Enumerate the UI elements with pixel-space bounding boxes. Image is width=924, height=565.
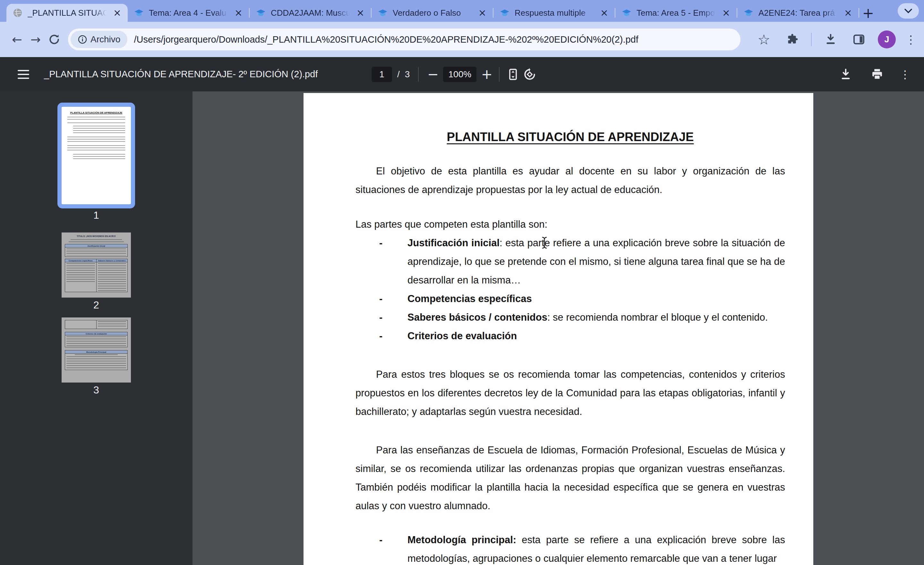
thumb3-box1-header: Criterios de evaluación xyxy=(65,332,128,336)
file-scheme-chip[interactable]: Archivo xyxy=(70,31,128,48)
tab-title: Tema: Area 4 - Evalu xyxy=(149,8,230,18)
tab-title: _PLANTILLA SITUAC xyxy=(28,8,108,18)
tab-title: Respuesta multiple xyxy=(514,8,595,18)
bullet-marker: - xyxy=(379,327,382,345)
graduation-cap-icon xyxy=(256,8,266,18)
tab-verdadero-o-falso[interactable]: Verdadero o Falso × xyxy=(372,4,493,22)
graduation-cap-icon xyxy=(622,8,632,18)
new-tab-button[interactable]: + xyxy=(859,4,877,22)
thumb1-mini-title: PLANTILLA SITUACIÓN DE APRENDIZAJE xyxy=(66,111,126,114)
text-cursor xyxy=(541,237,548,249)
pdf-viewer: PLANTILLA SITUACIÓN DE APRENDIZAJE 1 TÍT… xyxy=(0,91,924,565)
close-icon[interactable]: × xyxy=(844,8,852,18)
side-panel-icon[interactable] xyxy=(850,30,868,49)
tab-title: Verdadero o Falso xyxy=(393,8,473,18)
document-page-1[interactable]: PLANTILLA SITUACIÓN DE APRENDIZAJE El ob… xyxy=(303,93,813,565)
fit-to-page-button[interactable] xyxy=(505,66,521,83)
close-icon[interactable]: × xyxy=(722,8,730,18)
thumb2-col2-header: Saberes básicos y contenidos xyxy=(97,259,128,262)
browser-toolbar: ← → Archivo /Users/jorgearquero/Download… xyxy=(0,22,924,57)
close-icon[interactable]: × xyxy=(478,8,486,18)
zoom-level-input[interactable]: 100% xyxy=(443,67,476,82)
pdf-toolbar: _PLANTILLA SITUACIÓN DE APRENDIZAJE- 2º … xyxy=(0,57,924,91)
pdf-globe-icon xyxy=(13,8,22,18)
pdf-menu-icon[interactable] xyxy=(18,70,29,79)
rotate-button[interactable] xyxy=(521,66,538,83)
bullet-list: - Metodología principal: esta parte se r… xyxy=(356,531,785,565)
tab-cdda2jaam[interactable]: CDDA2JAAM: Muscu × xyxy=(250,4,371,22)
thumb2-box1-header: Justificación inicial xyxy=(65,244,128,247)
paragraph: El objetivo de esta plantilla es ayudar … xyxy=(356,162,785,199)
list-item: - Saberes básicos / contenidos: se recom… xyxy=(356,308,785,327)
extensions-icon[interactable] xyxy=(783,30,801,49)
toolbar-right-icons: ☆ J ⋮ xyxy=(754,30,916,49)
paragraph: Para las enseñanzas de Escuela de Idioma… xyxy=(356,441,785,515)
forward-button[interactable]: → xyxy=(26,30,45,49)
tab-tema-area-5[interactable]: Tema: Area 5 - Empo × xyxy=(615,4,736,22)
graduation-cap-icon xyxy=(500,8,510,18)
bullet-list: - Justificación inicial: esta parte refi… xyxy=(356,234,785,345)
list-item: - Competencias específicas xyxy=(356,289,785,308)
tab-strip: _PLANTILLA SITUAC × Tema: Area 4 - Evalu… xyxy=(0,0,924,22)
download-icon[interactable] xyxy=(837,66,854,83)
chip-label: Archivo xyxy=(90,34,120,45)
thumbnail-label-2: 2 xyxy=(62,299,131,311)
bullet-marker: - xyxy=(379,234,382,252)
zoom-in-button[interactable]: + xyxy=(478,66,495,83)
tab-title: CDDA2JAAM: Muscu xyxy=(271,8,351,18)
thumb2-col1-header: Competencias específicas xyxy=(65,259,96,262)
list-item: - Metodología principal: esta parte se r… xyxy=(356,531,785,565)
tab-search-button[interactable] xyxy=(898,3,919,19)
graduation-cap-icon xyxy=(744,8,753,18)
page-divider: / xyxy=(397,69,400,79)
tab-plantilla[interactable]: _PLANTILLA SITUAC × xyxy=(6,4,128,22)
thumbnail-page-3[interactable]: Criterios de evaluación Metodología Prin… xyxy=(62,318,131,382)
pdf-menu-kebab-icon[interactable]: ⋮ xyxy=(900,66,910,83)
downloads-icon[interactable] xyxy=(821,30,840,49)
bullet-marker: - xyxy=(379,531,382,549)
graduation-cap-icon xyxy=(134,8,144,18)
browser-menu-kebab-icon[interactable]: ⋮ xyxy=(905,30,916,49)
thumbnail-page-1[interactable]: PLANTILLA SITUACIÓN DE APRENDIZAJE xyxy=(62,107,131,204)
page-total: 3 xyxy=(405,69,410,79)
bookmark-star-icon[interactable]: ☆ xyxy=(754,30,773,49)
address-bar[interactable]: Archivo /Users/jorgearquero/Downloads/_P… xyxy=(68,28,741,50)
close-icon[interactable]: × xyxy=(113,8,121,18)
tab-a2ene24[interactable]: A2ENE24: Tarea prá × xyxy=(737,4,858,22)
reload-button[interactable] xyxy=(45,30,63,49)
pdf-document-title: _PLANTILLA SITUACIÓN DE APRENDIZAJE- 2º … xyxy=(44,69,318,79)
tab-tema-area-4[interactable]: Tema: Area 4 - Evalu × xyxy=(128,4,249,22)
tab-title: Tema: Area 5 - Empo xyxy=(636,8,717,18)
tab-title: A2ENE24: Tarea prá xyxy=(759,8,839,18)
graduation-cap-icon xyxy=(378,8,388,18)
back-button[interactable]: ← xyxy=(8,30,26,49)
pdf-page-controls: 1 / 3 − 100% + xyxy=(372,57,538,91)
paragraph: Para estos tres bloques se os recomienda… xyxy=(356,365,785,421)
chevron-down-icon xyxy=(904,8,912,13)
toolbar-separator xyxy=(811,33,812,46)
close-icon[interactable]: × xyxy=(234,8,243,18)
thumbnail-panel[interactable]: PLANTILLA SITUACIÓN DE APRENDIZAJE 1 TÍT… xyxy=(0,91,192,565)
toolbar-separator xyxy=(418,67,418,82)
bullet-marker: - xyxy=(379,289,382,308)
list-item: - Justificación inicial: esta parte refi… xyxy=(356,234,785,289)
list-item: - Criterios de evaluación xyxy=(356,327,785,345)
bullet-marker: - xyxy=(379,308,382,327)
page-number-input[interactable]: 1 xyxy=(372,67,392,82)
paragraph: Las partes que competen esta plantilla s… xyxy=(356,215,785,234)
avatar[interactable]: J xyxy=(878,30,896,48)
document-content: PLANTILLA SITUACIÓN DE APRENDIZAJE El ob… xyxy=(303,93,813,565)
document-title: PLANTILLA SITUACIÓN DE APRENDIZAJE xyxy=(356,130,785,144)
tab-respuesta-multiple[interactable]: Respuesta multiple × xyxy=(494,4,615,22)
thumb3-box2-header: Metodología Principal xyxy=(65,351,128,354)
thumbnail-label-3: 3 xyxy=(62,384,131,396)
info-icon xyxy=(78,34,87,44)
print-icon[interactable] xyxy=(869,66,885,83)
close-icon[interactable]: × xyxy=(357,8,364,18)
zoom-out-button[interactable]: − xyxy=(424,66,441,83)
thumbnail-label-1: 1 xyxy=(62,209,131,221)
thumb2-mini-title: TÍTULO: ¡NOS MOVEMOS EN ACRO! xyxy=(65,235,128,237)
close-icon[interactable]: × xyxy=(600,8,608,18)
thumbnail-page-2[interactable]: TÍTULO: ¡NOS MOVEMOS EN ACRO! Justificac… xyxy=(62,232,131,298)
pdf-toolbar-right: ⋮ xyxy=(837,66,910,83)
